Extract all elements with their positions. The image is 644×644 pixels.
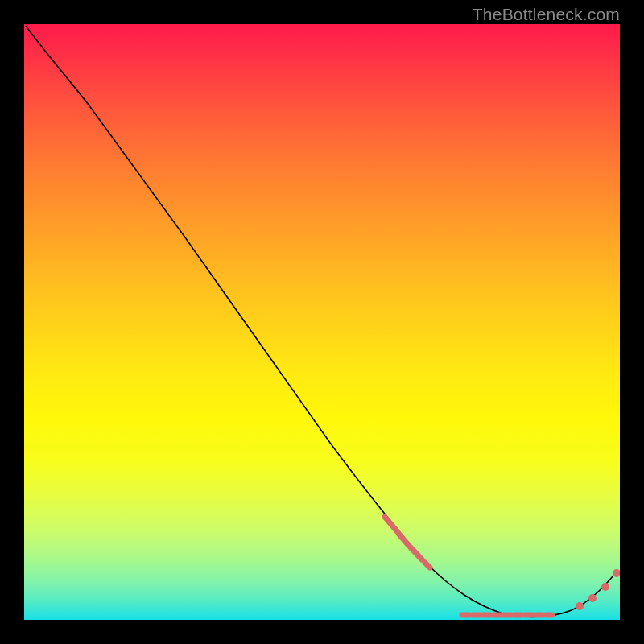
plot-area xyxy=(24,24,620,620)
highlight-segment xyxy=(399,535,409,546)
data-point xyxy=(588,594,597,602)
watermark-label: TheBottleneck.com xyxy=(473,5,620,24)
curve-svg xyxy=(24,24,620,620)
highlight-segment xyxy=(425,563,430,568)
highlight-segment xyxy=(411,547,422,559)
data-point xyxy=(576,602,584,610)
data-point xyxy=(601,583,609,591)
highlight-segment xyxy=(385,517,398,532)
chart-frame: TheBottleneck.com xyxy=(0,0,644,644)
bottleneck-curve xyxy=(26,26,617,617)
highlighted-segments xyxy=(385,517,430,568)
